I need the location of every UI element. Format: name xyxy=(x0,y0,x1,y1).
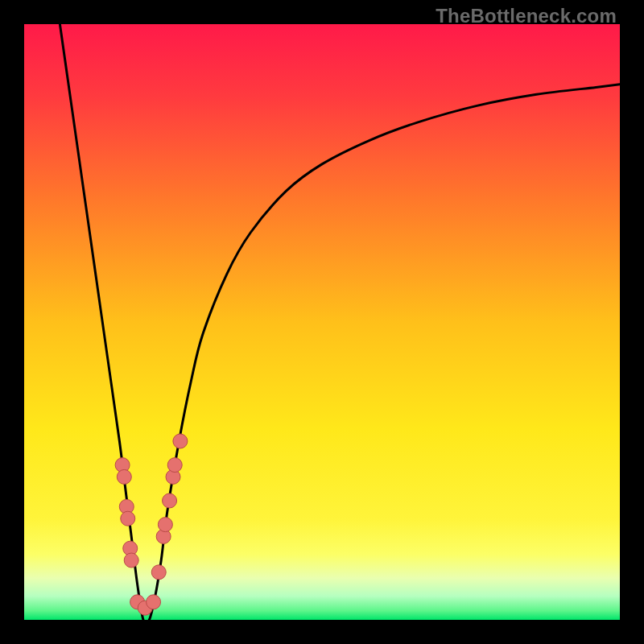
data-marker xyxy=(121,511,135,526)
data-marker xyxy=(151,565,166,580)
data-marker xyxy=(117,469,131,484)
data-marker xyxy=(124,553,138,568)
data-marker xyxy=(158,518,172,532)
data-marker xyxy=(147,595,161,609)
chart-frame: TheBottleneck.com xyxy=(0,0,644,644)
data-marker xyxy=(173,434,188,448)
data-marker xyxy=(167,458,182,473)
plot-area xyxy=(24,24,620,620)
bottleneck-curve xyxy=(60,24,620,620)
data-markers xyxy=(115,434,188,615)
watermark-text: TheBottleneck.com xyxy=(436,5,617,27)
curve-layer xyxy=(24,24,620,620)
data-marker xyxy=(163,493,177,508)
